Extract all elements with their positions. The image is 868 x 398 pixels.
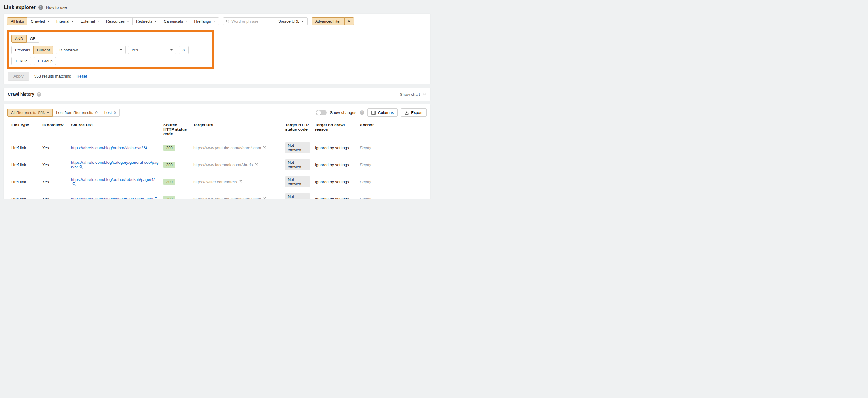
columns-button[interactable]: Columns <box>368 108 398 117</box>
inspect-icon[interactable] <box>144 146 148 150</box>
add-group-button[interactable]: +Group <box>34 57 56 65</box>
caret-down-icon <box>47 21 50 22</box>
cell-no-crawl-reason: Ignored by settings <box>315 139 360 156</box>
external-link-icon[interactable] <box>262 197 266 199</box>
source-url-link[interactable]: https://ahrefs.com/blog/category/general… <box>71 160 158 169</box>
crawl-history-card: Crawl history ? Show chart <box>4 88 430 100</box>
col-header-is-nofollow[interactable]: Is nofollow <box>42 120 71 139</box>
source-url-dropdown[interactable]: Source URL <box>275 17 308 25</box>
col-header-target-url[interactable]: Target URL <box>193 120 285 139</box>
col-header-target-status[interactable]: Target HTTP status code <box>285 120 315 139</box>
help-icon[interactable]: ? <box>38 5 43 10</box>
current-button[interactable]: Current <box>33 46 53 54</box>
empty-value: Empty <box>360 162 371 167</box>
results-table: Link type Is nofollow Source URL Source … <box>4 120 430 199</box>
filter-external-button[interactable]: External <box>77 17 103 25</box>
advanced-filter-button[interactable]: Advanced filter <box>312 17 344 25</box>
and-button[interactable]: AND <box>11 35 27 43</box>
cell-link-type: Href link <box>4 156 42 173</box>
source-url-label: Source URL <box>278 19 300 24</box>
filter-resources-label: Resources <box>106 19 125 24</box>
rule-value-select[interactable]: Yes <box>128 45 176 54</box>
show-changes-toggle[interactable] <box>316 110 327 116</box>
col-header-link-type[interactable]: Link type <box>4 120 42 139</box>
filter-hreflangs-label: Hreflangs <box>194 19 211 24</box>
tab-lost[interactable]: Lost 0 <box>101 109 120 117</box>
caret-down-icon <box>120 49 122 51</box>
source-url-link[interactable]: https://ahrefs.com/blog/category/on-page… <box>71 196 153 199</box>
help-icon[interactable]: ? <box>37 92 41 97</box>
plus-icon: + <box>37 59 40 63</box>
filter-crawled-button[interactable]: Crawled <box>27 17 53 25</box>
cell-link-type: Href link <box>4 139 42 156</box>
inspect-icon[interactable] <box>79 165 83 169</box>
results-matching-text: 553 results matching <box>34 74 71 79</box>
external-link-icon[interactable] <box>262 146 266 150</box>
filter-redirects-button[interactable]: Redirects <box>132 17 160 25</box>
add-rule-button[interactable]: +Rule <box>11 57 31 65</box>
advanced-filter-label: Advanced filter <box>315 19 341 24</box>
source-url-link[interactable]: https://ahrefs.com/blog/author/rebekah/p… <box>71 177 155 182</box>
status-badge: Not crawled <box>285 193 310 199</box>
source-url-link[interactable]: https://ahrefs.com/blog/author/viola-eva… <box>71 146 143 150</box>
add-rule-label: Rule <box>20 59 28 63</box>
cell-target-status: Not crawled <box>285 139 315 156</box>
status-badge: 200 <box>163 145 176 151</box>
filter-resources-button[interactable]: Resources <box>103 17 133 25</box>
empty-value: Empty <box>360 180 371 184</box>
filter-external-label: External <box>81 19 95 24</box>
col-header-no-crawl-reason[interactable]: Target no-crawl reason <box>315 120 360 139</box>
inspect-icon[interactable] <box>72 182 76 186</box>
cell-source-status: 200 <box>163 173 193 190</box>
reset-link[interactable]: Reset <box>76 74 87 79</box>
rule-field-select[interactable]: Is nofollow <box>56 45 126 54</box>
advanced-filter-close-button[interactable]: ✕ <box>344 17 354 25</box>
filter-canonicals-button[interactable]: Canonicals <box>160 17 191 25</box>
cell-target-url: https://www.facebook.com/Ahrefs <box>193 156 285 173</box>
current-label: Current <box>37 48 50 52</box>
target-url-text: https://www.facebook.com/Ahrefs <box>193 162 253 167</box>
col-header-source-url[interactable]: Source URL <box>71 120 163 139</box>
external-link-icon[interactable] <box>238 180 242 183</box>
tab-label: Lost from filter results <box>56 111 93 115</box>
help-icon[interactable]: ? <box>360 111 364 115</box>
status-badge: 200 <box>163 196 176 199</box>
page-title: Link explorer <box>4 4 36 10</box>
export-button[interactable]: Export <box>401 108 427 117</box>
tab-lost-from-filter-results[interactable]: Lost from filter results 0 <box>53 109 101 117</box>
cell-target-url: https://www.youtube.com/c/ahrefscom <box>193 139 285 156</box>
caret-down-icon <box>185 21 187 22</box>
cell-no-crawl-reason: Ignored by settings <box>315 156 360 173</box>
filter-all-links-button[interactable]: All links <box>7 17 27 25</box>
status-badge: Not crawled <box>285 176 310 187</box>
col-header-anchor[interactable]: Anchor <box>360 120 430 139</box>
filter-hreflangs-button[interactable]: Hreflangs <box>191 17 219 25</box>
how-to-use-link[interactable]: How to use <box>46 5 67 10</box>
or-button[interactable]: OR <box>26 35 39 43</box>
filter-internal-button[interactable]: Internal <box>53 17 77 25</box>
and-or-segment: AND OR <box>11 35 39 43</box>
tab-count: 0 <box>114 111 116 115</box>
apply-button[interactable]: Apply <box>8 72 29 81</box>
tab-all-filter-results[interactable]: All filter results 553 <box>7 109 53 117</box>
advanced-filter-group: Advanced filter ✕ <box>312 17 354 25</box>
external-link-icon[interactable] <box>254 163 258 166</box>
target-url-text: https://twitter.com/ahrefs <box>193 180 237 184</box>
filter-redirects-label: Redirects <box>136 19 152 24</box>
search-box[interactable] <box>223 17 275 25</box>
col-header-source-status[interactable]: Source HTTP status code <box>163 120 193 139</box>
cell-is-nofollow: Yes <box>42 156 71 173</box>
toggle-knob <box>316 111 321 115</box>
inspect-icon[interactable] <box>155 197 158 199</box>
caret-down-icon <box>213 21 215 22</box>
add-buttons-row: +Rule +Group <box>11 57 214 65</box>
tab-count: 553 <box>38 111 45 115</box>
show-chart-label: Show chart <box>400 92 420 97</box>
show-chart-toggle[interactable]: Show chart <box>400 92 426 97</box>
remove-rule-button[interactable]: ✕ <box>179 46 188 54</box>
export-icon <box>405 111 409 115</box>
cell-link-type: Href link <box>4 190 42 199</box>
search-input[interactable] <box>231 19 272 24</box>
status-badge: Not crawled <box>285 142 310 153</box>
previous-button[interactable]: Previous <box>11 46 34 54</box>
